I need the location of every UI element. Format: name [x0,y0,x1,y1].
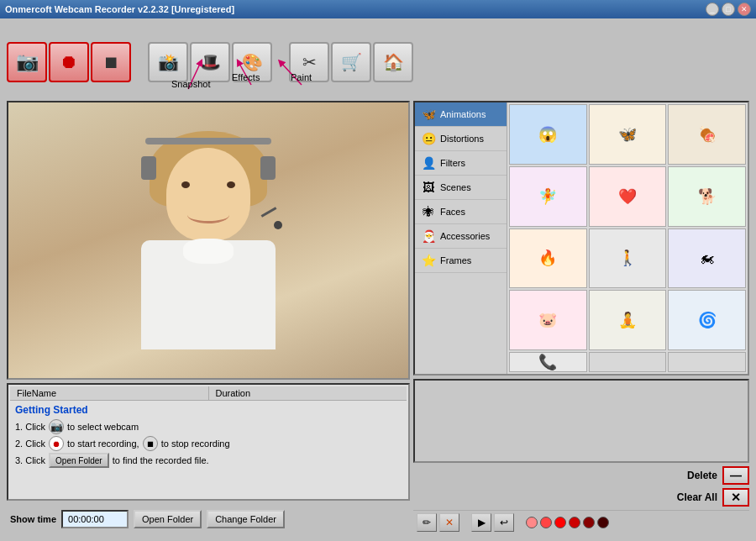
clear-all-icon: ✕ [731,491,741,504]
preview-action-panel: Delete — Clear All ✕ [413,379,749,507]
content-row: FileName Duration Getting Started 1. Cli… [3,97,753,538]
frames-icon: ⭐ [420,252,437,269]
color-swatch-3[interactable] [554,517,566,528]
effect-cell-7[interactable]: 🔥 [509,228,587,289]
effect-cell-4[interactable]: 🧚 [509,166,587,227]
gs-step-2: 2. Click ⏺ to start recording, ⏹ to stop… [15,436,402,451]
open-folder-button[interactable]: Open Folder [134,510,202,528]
record-button[interactable]: ⏺ [49,42,89,82]
effect-cell-10[interactable]: 🐷 [509,290,587,350]
webcam-btn-wrap: 📷 Webcam [7,42,47,82]
color-swatch-1[interactable] [526,517,538,528]
play-tool-button[interactable]: ▶ [471,513,491,532]
file-panel-header: FileName Duration [10,386,407,401]
effect-cell-2[interactable]: 🦋 [589,104,667,165]
gs-step-1: 1. Click 📷 to select webcam [15,419,402,434]
distortions-icon: 😐 [420,130,437,147]
effects-faces[interactable]: 🕷 Faces [415,200,507,224]
action-panel: Delete — Clear All ✕ [413,466,749,507]
color-swatch-2[interactable] [540,517,552,528]
delete-label: Delete [687,470,717,481]
distortions-label: Distortions [440,134,484,144]
clear-all-row: Clear All ✕ [413,488,749,507]
tools1-btn-wrap: ✂ [289,42,329,82]
home-button[interactable]: 🏠 [373,42,413,82]
effect-cell-6[interactable]: 🐕 [668,166,746,227]
main-container: 📷 Webcam ⏺ Record ⏹ Stop 📸 Snapshot 🎩 Ef… [0,18,756,541]
getting-started: Getting Started 1. Click 📷 to select web… [10,401,407,473]
time-display: 00:00:00 [61,510,129,528]
effects-filters[interactable]: 👤 Filters [415,151,507,176]
delete-icon: — [730,469,742,482]
file-panel: FileName Duration Getting Started 1. Cli… [7,383,410,501]
effects-panel: 🦋 Animations 😐 Distortions 👤 Filters 🖼 S… [413,101,749,376]
minimize-button[interactable]: _ [706,3,719,16]
snapshot-button[interactable]: 📸 [148,42,188,82]
step-3-text: to find the recorded file. [113,455,209,465]
effect-cell-1[interactable]: 😱 [509,104,587,165]
maximize-button[interactable]: □ [722,3,735,16]
color-swatch-6[interactable] [597,517,609,528]
pencil-tool-button[interactable]: ✏ [417,513,437,532]
effects-scenes[interactable]: 🖼 Scenes [415,176,507,200]
open-folder-step-btn[interactable]: Open Folder [49,453,109,468]
faces-label: Faces [440,207,465,217]
delete-row: Delete — [413,466,749,485]
gs-step-3: 3. Click Open Folder to find the recorde… [15,453,402,468]
effects-button[interactable]: 🎩 [190,42,230,82]
paint-btn-wrap: 🎨 Paint [232,42,272,82]
step-2-text-b: to stop recording [161,439,230,449]
toolbar: 📷 Webcam ⏺ Record ⏹ Stop 📸 Snapshot 🎩 Ef… [3,22,753,97]
title-text: Onmercoft Webcam Recorder v2.2.32 [Unreg… [5,4,234,14]
color-swatch-5[interactable] [583,517,595,528]
effects-btn-wrap: 🎩 Effects [190,42,230,82]
left-panel: FileName Duration Getting Started 1. Cli… [7,101,410,534]
faces-icon: 🕷 [420,203,437,220]
accessories-label: Accessories [440,231,490,241]
effect-cell-8[interactable]: 🚶 [589,228,667,289]
change-folder-button[interactable]: Change Folder [207,510,285,528]
effects-frames[interactable]: ⭐ Frames [415,249,507,273]
step-3-num: 3. Click [15,455,45,465]
stop-btn-wrap: ⏹ Stop [91,42,131,82]
snapshot-btn-wrap: 📸 Snapshot [148,42,188,82]
getting-started-title: Getting Started [15,404,402,416]
webcam-button[interactable]: 📷 [7,42,47,82]
animations-icon: 🦋 [420,106,437,123]
effect-cell-9[interactable]: 🏍 [668,228,746,289]
tools1-button[interactable]: ✂ [289,42,329,82]
close-button[interactable]: ✕ [738,3,751,16]
effect-cell-12[interactable]: 🌀 [668,290,746,350]
title-bar-buttons: _ □ ✕ [706,3,751,16]
effect-cell-empty2 [668,352,746,372]
tools2-button[interactable]: 🛒 [331,42,371,82]
tools-row: ✏ ✕ ▶ ↩ [413,510,749,534]
effect-cell-11[interactable]: 🧘 [589,290,667,350]
effect-cell-3[interactable]: 🍖 [668,104,746,165]
webcam-icon-step: 📷 [49,419,64,434]
video-preview [7,101,410,380]
clear-all-button[interactable]: ✕ [722,488,749,507]
filters-icon: 👤 [420,155,437,171]
effects-distortions[interactable]: 😐 Distortions [415,127,507,151]
home-btn-wrap: 🏠 [373,42,413,82]
clear-all-label: Clear All [677,491,717,503]
delete-button[interactable]: — [722,466,749,485]
color-swatch-4[interactable] [569,517,580,528]
stop-button[interactable]: ⏹ [91,42,131,82]
record-btn-wrap: ⏺ Record [49,42,89,82]
eraser-tool-button[interactable]: ✕ [439,513,459,532]
stop-icon-step: ⏹ [143,436,158,451]
paint-button[interactable]: 🎨 [232,42,272,82]
refresh-tool-button[interactable]: ↩ [494,513,514,532]
effect-cell-13[interactable]: 📞 [509,352,587,372]
show-time-label: Show time [10,514,56,524]
effect-cell-5[interactable]: ❤️ [589,166,667,227]
effects-accessories[interactable]: 🎅 Accessories [415,224,507,249]
step-2-num: 2. Click [15,439,45,449]
step-2-text-a: to start recording, [67,439,139,449]
effects-animations[interactable]: 🦋 Animations [415,102,507,127]
preview-panel [413,379,749,463]
record-icon-step: ⏺ [49,436,64,451]
animations-label: Animations [440,109,486,119]
